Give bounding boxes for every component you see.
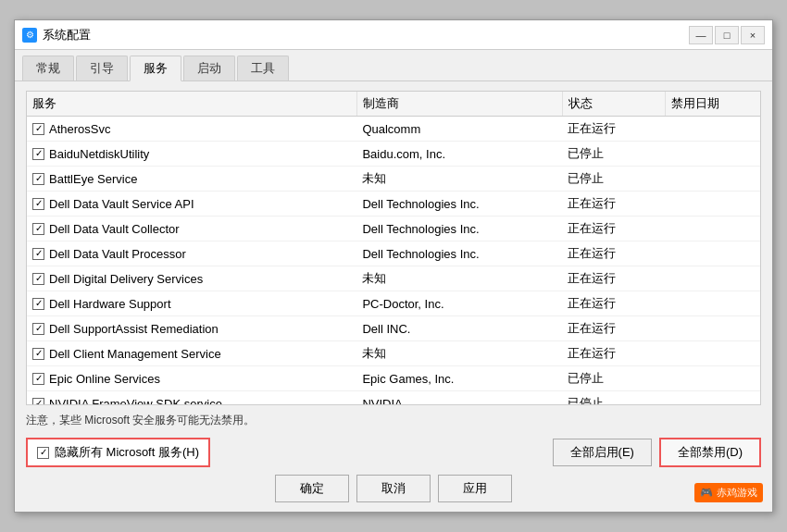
disable-date-cell <box>665 217 760 241</box>
tab-general[interactable]: 常规 <box>22 56 74 80</box>
maker-cell: Epic Games, Inc. <box>356 366 562 391</box>
disable-date-cell <box>665 142 760 167</box>
minimize-button[interactable]: — <box>689 26 713 44</box>
maker-cell: Dell Technologies Inc. <box>356 192 562 217</box>
system-config-window: ⚙ 系统配置 — □ × 常规 引导 服务 启动 工具 服务 制造商 状态 禁用… <box>14 19 773 513</box>
service-cell: BaiduNetdiskUtility <box>27 142 356 167</box>
hide-ms-checkbox-icon <box>37 447 49 459</box>
table-row: Dell Data Vault CollectorDell Technologi… <box>27 217 760 241</box>
disable-date-cell <box>665 391 760 406</box>
service-name: Dell Data Vault Service API <box>49 197 194 211</box>
disable-date-cell <box>665 341 760 366</box>
table-row: NVIDIA FrameView SDK serviceNVIDIA已停止 <box>27 391 760 406</box>
service-name: BaiduNetdiskUtility <box>49 147 149 161</box>
table-row: Dell Data Vault Service APIDell Technolo… <box>27 192 760 217</box>
disable-date-cell <box>665 241 760 266</box>
tab-services[interactable]: 服务 <box>130 56 181 81</box>
service-cell: Dell Data Vault Service API <box>27 192 356 217</box>
col-header-disable-date: 禁用日期 <box>665 92 760 117</box>
maker-cell: Dell Technologies Inc. <box>356 217 562 241</box>
maker-cell: 未知 <box>356 167 562 192</box>
service-name: Dell Digital Delivery Services <box>49 272 203 286</box>
disable-date-cell <box>665 192 760 217</box>
tab-boot[interactable]: 引导 <box>76 56 128 80</box>
watermark-icon: 🎮 <box>700 487 713 499</box>
service-cell: Dell Digital Delivery Services <box>27 266 356 291</box>
disable-date-cell <box>665 266 760 291</box>
status-cell: 已停止 <box>562 391 665 406</box>
service-checkbox[interactable] <box>32 273 44 285</box>
col-header-maker: 制造商 <box>356 92 562 117</box>
service-checkbox[interactable] <box>32 198 44 210</box>
disable-date-cell <box>665 316 760 341</box>
close-button[interactable]: × <box>741 26 765 44</box>
title-bar: ⚙ 系统配置 — □ × <box>15 20 772 50</box>
table-row: Dell Client Management Service未知正在运行 <box>27 341 760 366</box>
status-cell: 正在运行 <box>562 241 665 266</box>
action-buttons: 确定 取消 应用 <box>26 475 761 502</box>
disable-date-cell <box>665 167 760 192</box>
hide-ms-checkbox[interactable]: 隐藏所有 Microsoft 服务(H) <box>26 438 210 467</box>
btn-group-right: 全部启用(E) 全部禁用(D) <box>553 438 761 467</box>
service-name: Epic Online Services <box>49 372 160 386</box>
status-cell: 正在运行 <box>562 291 665 316</box>
disable-date-cell <box>665 117 760 142</box>
tab-startup[interactable]: 启动 <box>183 56 235 80</box>
content-area: 服务 制造商 状态 禁用日期 AtherosSvcQualcomm正在运行Bai… <box>15 81 772 512</box>
services-table-container[interactable]: 服务 制造商 状态 禁用日期 AtherosSvcQualcomm正在运行Bai… <box>26 91 761 405</box>
maker-cell: Qualcomm <box>356 117 562 142</box>
service-name: Dell SupportAssist Remediation <box>49 322 219 336</box>
cancel-button[interactable]: 取消 <box>356 475 431 502</box>
maximize-button[interactable]: □ <box>715 26 739 44</box>
status-cell: 正在运行 <box>562 192 665 217</box>
title-bar-left: ⚙ 系统配置 <box>22 27 91 43</box>
service-cell: Dell Data Vault Processor <box>27 241 356 266</box>
apply-button[interactable]: 应用 <box>438 475 512 502</box>
service-checkbox[interactable] <box>32 123 44 135</box>
service-checkbox[interactable] <box>32 298 44 310</box>
service-name: Dell Data Vault Collector <box>49 222 180 236</box>
service-checkbox[interactable] <box>32 148 44 160</box>
service-checkbox[interactable] <box>32 223 44 235</box>
table-row: Dell Digital Delivery Services未知正在运行 <box>27 266 760 291</box>
disable-date-cell <box>665 366 760 391</box>
status-cell: 已停止 <box>562 142 665 167</box>
service-name: Dell Client Management Service <box>49 347 221 361</box>
service-cell: Dell SupportAssist Remediation <box>27 316 356 341</box>
service-checkbox[interactable] <box>32 173 44 185</box>
service-cell: AtherosSvc <box>27 117 356 142</box>
enable-all-button[interactable]: 全部启用(E) <box>553 439 652 466</box>
service-cell: Dell Client Management Service <box>27 341 356 366</box>
service-name: AtherosSvc <box>49 122 110 136</box>
ok-button[interactable]: 确定 <box>275 475 349 502</box>
disable-all-button[interactable]: 全部禁用(D) <box>659 438 761 467</box>
service-checkbox[interactable] <box>32 398 44 406</box>
window-icon: ⚙ <box>22 28 37 43</box>
service-checkbox[interactable] <box>32 248 44 260</box>
service-checkbox[interactable] <box>32 323 44 335</box>
maker-cell: Dell INC. <box>356 316 562 341</box>
table-row: Dell SupportAssist RemediationDell INC.正… <box>27 316 760 341</box>
maker-cell: PC-Doctor, Inc. <box>356 291 562 316</box>
status-cell: 正在运行 <box>562 117 665 142</box>
status-cell: 正在运行 <box>562 341 665 366</box>
status-cell: 正在运行 <box>562 266 665 291</box>
tab-tools[interactable]: 工具 <box>237 56 289 80</box>
service-checkbox[interactable] <box>32 348 44 360</box>
service-name: BattlEye Service <box>49 172 137 186</box>
table-row: Epic Online ServicesEpic Games, Inc.已停止 <box>27 366 760 391</box>
table-row: Dell Data Vault ProcessorDell Technologi… <box>27 241 760 266</box>
status-cell: 已停止 <box>562 167 665 192</box>
service-cell: Dell Data Vault Collector <box>27 217 356 241</box>
table-row: BattlEye Service未知已停止 <box>27 167 760 192</box>
service-checkbox[interactable] <box>32 373 44 385</box>
bottom-row: 隐藏所有 Microsoft 服务(H) 全部启用(E) 全部禁用(D) <box>26 438 761 467</box>
table-row: AtherosSvcQualcomm正在运行 <box>27 117 760 142</box>
status-cell: 正在运行 <box>562 316 665 341</box>
tab-bar: 常规 引导 服务 启动 工具 <box>15 50 772 81</box>
status-cell: 正在运行 <box>562 217 665 241</box>
disable-date-cell <box>665 291 760 316</box>
service-cell: Dell Hardware Support <box>27 291 356 316</box>
maker-cell: 未知 <box>356 341 562 366</box>
maker-cell: 未知 <box>356 266 562 291</box>
